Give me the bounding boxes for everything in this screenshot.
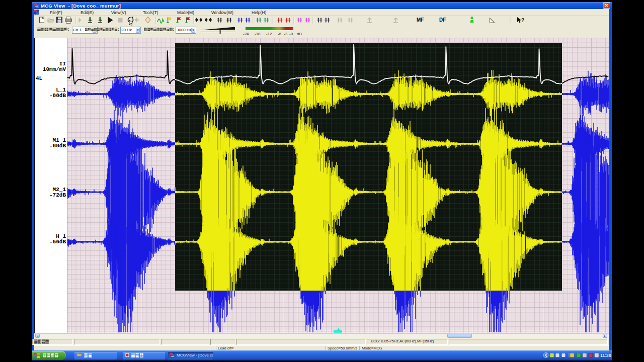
svg-text:?: ? xyxy=(521,18,524,23)
